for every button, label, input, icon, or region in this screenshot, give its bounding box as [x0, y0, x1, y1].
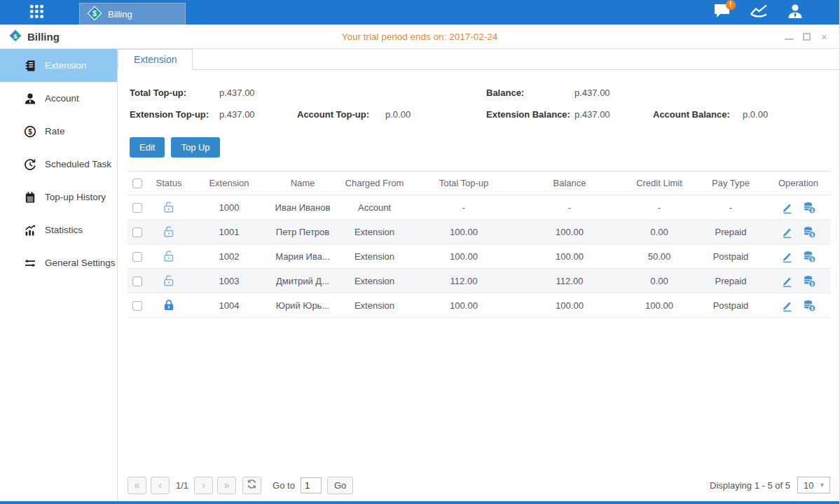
sidebar: Extension Account $ Rate Scheduled Task	[0, 49, 118, 501]
sidebar-item-account[interactable]: Account	[0, 82, 117, 115]
top-up-row-icon[interactable]: $	[803, 225, 816, 239]
page-size-select[interactable]: 10 ▼	[797, 477, 830, 493]
maximize-button[interactable]	[801, 31, 812, 42]
window-bottom-edge	[0, 501, 839, 504]
col-pay-type: Pay Type	[696, 172, 766, 195]
toolbar: Edit Top Up	[118, 125, 839, 158]
total-topup-label: Total Top-up:	[130, 88, 219, 98]
extension-topup-label: Extension Top-up:	[130, 109, 219, 120]
sidebar-item-scheduled-task[interactable]: Scheduled Task	[0, 148, 117, 181]
close-button[interactable]: ×	[819, 31, 829, 42]
balance-value: p.437.00	[574, 88, 653, 98]
select-all-checkbox[interactable]	[132, 178, 142, 188]
extension-book-icon	[23, 59, 36, 72]
page-indicator: 1/1	[176, 480, 188, 491]
go-button[interactable]: Go	[327, 477, 353, 494]
user-icon	[786, 2, 804, 22]
cell-pay-type: Prepaid	[696, 220, 766, 244]
notification-badge: !	[726, 0, 736, 10]
sidebar-item-rate[interactable]: $ Rate	[0, 115, 117, 148]
table-row: 1002 Мария Ива... Extension 100.00 100.0…	[128, 244, 831, 269]
row-checkbox[interactable]	[132, 227, 142, 237]
cell-extension: 1003	[191, 269, 268, 293]
top-up-row-icon[interactable]: $	[803, 274, 816, 288]
app-launcher-button[interactable]	[23, 0, 50, 24]
table-row: 1003 Дмитрий Д... Extension 112.00 112.0…	[128, 269, 831, 293]
edit-row-icon[interactable]	[780, 299, 794, 312]
top-up-row-icon[interactable]: $	[803, 250, 816, 263]
edit-button[interactable]: Edit	[130, 137, 165, 158]
status-lock-icon	[162, 274, 176, 288]
rate-dollar-icon: $	[23, 125, 36, 138]
cell-balance: 100.00	[516, 293, 623, 318]
svg-text:$: $	[92, 9, 97, 18]
prev-page-button[interactable]: ‹	[151, 477, 170, 494]
edit-row-icon[interactable]	[780, 201, 794, 214]
col-status: Status	[147, 172, 191, 195]
col-charged-from: Charged From	[338, 172, 411, 195]
sidebar-item-label: Extension	[45, 60, 86, 71]
cell-name: Иван Иванов	[268, 195, 338, 220]
line-chart-icon	[749, 3, 769, 22]
resource-monitor-button[interactable]	[748, 4, 769, 22]
account-topup-value: p.0.00	[385, 109, 486, 120]
open-app-tab-billing[interactable]: $ Billing	[79, 3, 186, 24]
edit-row-icon[interactable]	[780, 274, 794, 288]
status-lock-icon	[162, 225, 176, 239]
cell-charged-from: Extension	[338, 244, 411, 269]
row-checkbox[interactable]	[132, 276, 142, 286]
topbar-actions: !	[712, 4, 839, 22]
cell-pay-type: Prepaid	[696, 269, 766, 293]
minimize-button[interactable]	[784, 31, 794, 42]
top-up-row-icon[interactable]: $	[803, 299, 816, 312]
topup-history-notepad-icon	[23, 190, 36, 204]
top-up-row-icon[interactable]: $	[803, 201, 816, 214]
top-up-button[interactable]: Top Up	[171, 137, 219, 158]
status-lock-icon	[162, 249, 176, 263]
next-page-button[interactable]: ›	[194, 477, 213, 494]
table-row: 1000 Иван Иванов Account - - - - $	[128, 195, 831, 220]
cell-extension: 1004	[191, 293, 268, 318]
col-credit-limit: Credit Limit	[623, 172, 696, 195]
tab-extension[interactable]: Extension	[118, 49, 193, 70]
row-checkbox[interactable]	[132, 203, 142, 213]
cell-extension: 1000	[191, 195, 268, 220]
row-checkbox[interactable]	[132, 301, 142, 311]
messages-button[interactable]: !	[712, 4, 733, 22]
balance-summary: Total Top-up: p.437.00 Balance: p.437.00…	[118, 70, 839, 125]
last-page-button[interactable]: »	[217, 477, 236, 494]
sidebar-item-general-settings[interactable]: General Settings	[0, 246, 117, 279]
cell-charged-from: Extension	[338, 269, 411, 293]
cell-total-topup: -	[411, 195, 516, 220]
topbar: $ Billing !	[0, 0, 839, 24]
edit-row-icon[interactable]	[780, 225, 794, 239]
statistics-chart-icon	[23, 223, 36, 237]
sidebar-item-label: Top-up History	[45, 192, 106, 202]
sidebar-item-statistics[interactable]: Statistics	[0, 214, 117, 246]
user-account-button[interactable]	[785, 4, 806, 22]
svg-text:$: $	[811, 305, 813, 311]
cell-pay-type: Postpaid	[696, 244, 766, 269]
refresh-icon	[247, 479, 257, 491]
svg-text:$: $	[811, 256, 813, 262]
extension-table: Status Extension Name Charged From Total…	[128, 171, 830, 318]
goto-label: Go to	[273, 480, 295, 491]
edit-row-icon[interactable]	[780, 250, 794, 263]
col-operation: Operation	[766, 172, 831, 195]
col-balance: Balance	[516, 172, 623, 195]
account-balance-label: Account Balance:	[653, 109, 743, 120]
sidebar-item-topup-history[interactable]: Top-up History	[0, 181, 117, 214]
cell-credit-limit: 0.00	[623, 269, 696, 293]
refresh-button[interactable]	[242, 477, 261, 494]
billing-app-window: $ Billing ! Your tria	[0, 0, 840, 504]
table-header-row: Status Extension Name Charged From Total…	[128, 172, 831, 195]
table-row: 1004 Юрий Юрь... Extension 100.00 100.00…	[128, 293, 831, 318]
goto-page-input[interactable]	[301, 477, 322, 493]
cell-total-topup: 100.00	[411, 220, 516, 244]
row-checkbox[interactable]	[132, 252, 142, 262]
sidebar-item-label: Statistics	[45, 225, 83, 235]
sidebar-item-extension[interactable]: Extension	[0, 49, 117, 82]
svg-text:$: $	[811, 232, 813, 237]
total-topup-value: p.437.00	[219, 88, 297, 98]
first-page-button[interactable]: «	[128, 477, 146, 494]
